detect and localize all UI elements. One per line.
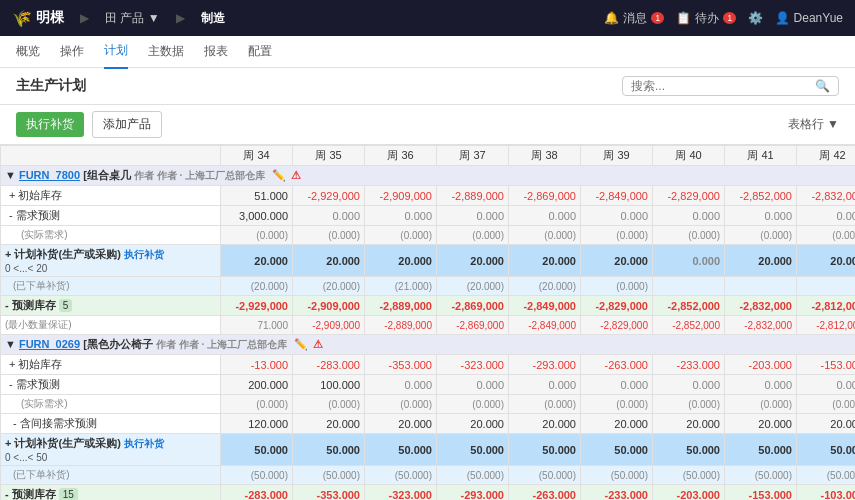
forecast-cell: -2,829,000 xyxy=(581,296,653,316)
forecast-cell: -2,929,000 xyxy=(221,296,293,316)
col-week-40: 周 40 xyxy=(653,146,725,166)
actual-demand-label: (实际需求) xyxy=(5,229,68,240)
edit-icon[interactable]: ✏️ xyxy=(294,338,308,350)
actual-demand-cell: (0.000) xyxy=(365,395,437,414)
planned-sub-cell: (0.000) xyxy=(581,277,653,296)
row-label: - 含间接需求预测 xyxy=(5,417,97,429)
data-cell: 0.000 xyxy=(437,375,509,395)
planned-sub-cell: (21.000) xyxy=(365,277,437,296)
planned-sub-cell: (50.000) xyxy=(293,466,365,485)
edit-icon[interactable]: ✏️ xyxy=(272,169,286,181)
planned-cell[interactable]: 20.000 xyxy=(797,245,856,277)
sub-operations[interactable]: 操作 xyxy=(60,35,84,68)
forecast-cell: -283.000 xyxy=(221,485,293,501)
section-header: ▼ FURN_7800 [组合桌几 作者 作者 · 上海工厂总部仓库 ✏️ ⚠ xyxy=(1,166,856,186)
settings-icon[interactable]: ⚙️ xyxy=(748,11,763,25)
sub-config[interactable]: 配置 xyxy=(248,35,272,68)
notification-badge: 1 xyxy=(651,12,664,24)
minqty-cell: -2,889,000 xyxy=(365,316,437,335)
data-cell: 0.000 xyxy=(293,206,365,226)
expand-icon[interactable]: ▼ xyxy=(5,169,16,181)
planned-cell[interactable]: 50.000 xyxy=(797,434,856,466)
planned-cell[interactable]: 50.000 xyxy=(221,434,293,466)
minqty-cell: -2,812,000 xyxy=(797,316,856,335)
data-cell: 0.000 xyxy=(509,375,581,395)
planned-cell[interactable]: 50.000 xyxy=(293,434,365,466)
logo-icon: 🌾 xyxy=(12,9,32,28)
forecast-cell: -2,812,000 xyxy=(797,296,856,316)
exec-link[interactable]: 执行补货 xyxy=(124,438,164,449)
planned-cell[interactable]: 20.000 xyxy=(365,245,437,277)
planned-cell[interactable]: 20.000 xyxy=(293,245,365,277)
planned-cell[interactable]: 50.000 xyxy=(437,434,509,466)
sub-nav: 概览 操作 计划 主数据 报表 配置 xyxy=(0,36,855,68)
warning-icon: ⚠ xyxy=(313,338,323,350)
sub-masterdata[interactable]: 主数据 xyxy=(148,35,184,68)
planned-cell[interactable]: 50.000 xyxy=(725,434,797,466)
search-icon[interactable]: 🔍 xyxy=(815,79,830,93)
planned-sub-cell xyxy=(653,277,725,296)
section-id[interactable]: FURN_0269 xyxy=(19,338,80,350)
logo: 🌾 明棵 xyxy=(12,9,64,28)
planned-cell[interactable]: 50.000 xyxy=(509,434,581,466)
forecast-cell: -153.000 xyxy=(725,485,797,501)
forecast-cell: -353.000 xyxy=(293,485,365,501)
planned-sub-cell: (50.000) xyxy=(725,466,797,485)
planned-cell[interactable]: 20.000 xyxy=(509,245,581,277)
minqty-row: (最小数量保证)71.000-2,909,000-2,889,000-2,869… xyxy=(1,316,856,335)
data-cell: 0.000 xyxy=(581,375,653,395)
actual-demand-cell: (0.000) xyxy=(437,226,509,245)
planned-cell[interactable]: 20.000 xyxy=(221,245,293,277)
col-week-35: 周 35 xyxy=(293,146,365,166)
add-product-button[interactable]: 添加产品 xyxy=(92,111,162,138)
planned-cell[interactable]: 20.000 xyxy=(581,245,653,277)
data-cell: 20.000 xyxy=(437,414,509,434)
forecast-cell: -2,909,000 xyxy=(293,296,365,316)
toolbar: 执行补货 添加产品 表格行 ▼ xyxy=(0,105,855,145)
planned-cell[interactable]: 0.000 xyxy=(653,245,725,277)
search-bar: 🔍 xyxy=(622,76,839,96)
notification-icon[interactable]: 🔔 消息 1 xyxy=(604,10,664,27)
sub-plan[interactable]: 计划 xyxy=(104,34,128,69)
section-id[interactable]: FURN_7800 xyxy=(19,169,80,181)
data-cell: -2,852,000 xyxy=(725,186,797,206)
actual-demand-cell: (0.000) xyxy=(725,226,797,245)
task-icon[interactable]: 📋 待办 1 xyxy=(676,10,736,27)
planned-cell[interactable]: 50.000 xyxy=(365,434,437,466)
expand-icon[interactable]: ▼ xyxy=(5,338,16,350)
planned-row: + 计划补货(生产或采购) 执行补货 0 <...< 20 20.00020.0… xyxy=(1,245,856,277)
data-cell: -203.000 xyxy=(725,355,797,375)
sub-overview[interactable]: 概览 xyxy=(16,35,40,68)
range-label: 0 <...< 20 xyxy=(5,263,47,274)
forecast-cell: -103.000 xyxy=(797,485,856,501)
toolbar-right: 表格行 ▼ xyxy=(788,116,839,133)
search-input[interactable] xyxy=(631,79,811,93)
planned-cell[interactable]: 50.000 xyxy=(581,434,653,466)
forecast-cell: -323.000 xyxy=(365,485,437,501)
actual-demand-cell: (0.000) xyxy=(509,395,581,414)
exec-replen-button[interactable]: 执行补货 xyxy=(16,112,84,137)
planned-cell[interactable]: 50.000 xyxy=(653,434,725,466)
table-row-label[interactable]: 表格行 ▼ xyxy=(788,116,839,133)
data-cell: 0.000 xyxy=(437,206,509,226)
table-container[interactable]: 周 34 周 35 周 36 周 37 周 38 周 39 周 40 周 41 … xyxy=(0,145,855,500)
col-week-41: 周 41 xyxy=(725,146,797,166)
nav-products[interactable]: 田 产品 ▼ xyxy=(105,10,160,27)
data-row: - 需求预测200.000100.0000.0000.0000.0000.000… xyxy=(1,375,856,395)
user-menu[interactable]: 👤 DeanYue xyxy=(775,11,843,25)
app-container: 🌾 明棵 ▶ 田 产品 ▼ ▶ 制造 🔔 消息 1 📋 待办 1 ⚙️ 👤 De… xyxy=(0,0,855,500)
planned-cell[interactable]: 20.000 xyxy=(725,245,797,277)
data-cell: -233.000 xyxy=(653,355,725,375)
section-author: 作者 作者 · 上海工厂总部仓库 xyxy=(134,170,265,181)
sub-reports[interactable]: 报表 xyxy=(204,35,228,68)
data-cell: 20.000 xyxy=(797,414,856,434)
forecast-cell: -233.000 xyxy=(581,485,653,501)
nav-manufacturing[interactable]: 制造 xyxy=(201,10,225,27)
data-cell: 51.000 xyxy=(221,186,293,206)
planned-cell[interactable]: 20.000 xyxy=(437,245,509,277)
exec-link[interactable]: 执行补货 xyxy=(124,249,164,260)
planned-sub-cell: (20.000) xyxy=(221,277,293,296)
col-week-36: 周 36 xyxy=(365,146,437,166)
planned-subrow: (已下单补货)(50.000)(50.000)(50.000)(50.000)(… xyxy=(1,466,856,485)
planned-sub-cell: (20.000) xyxy=(509,277,581,296)
